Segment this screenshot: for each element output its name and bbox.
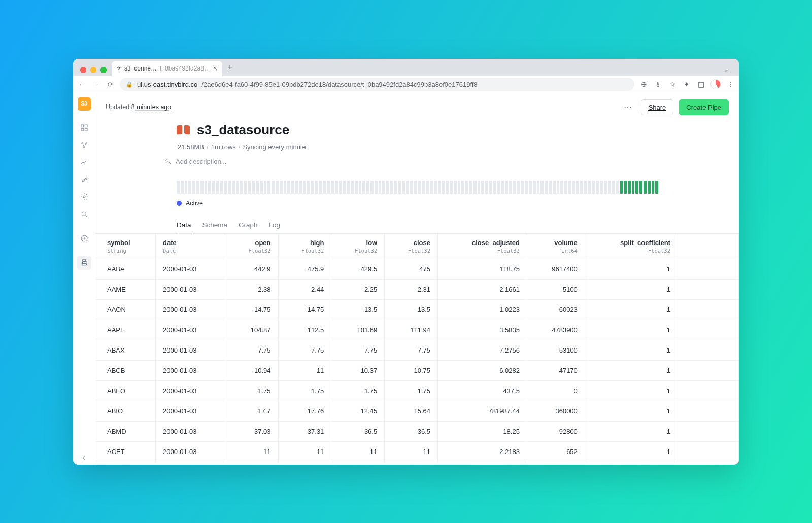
cell: 360000 (527, 401, 585, 421)
cell: 7.75 (225, 340, 278, 360)
more-actions-icon[interactable]: ⋯ (620, 100, 636, 114)
dashboard-icon[interactable] (77, 121, 91, 135)
cell: 2.31 (385, 279, 438, 299)
svg-rect-0 (81, 125, 84, 127)
maximize-window-icon[interactable] (100, 67, 107, 73)
cell: 1.75 (225, 380, 278, 401)
table-row[interactable]: ACET2000-01-03111111112.21836521 (96, 441, 739, 462)
minimize-window-icon[interactable] (90, 67, 96, 73)
new-tab-button[interactable]: + (222, 62, 238, 76)
tokens-icon[interactable] (77, 172, 91, 187)
profile-avatar[interactable] (710, 79, 721, 89)
search-icon[interactable] (77, 207, 91, 221)
cell: 53100 (527, 340, 585, 360)
cell: 104.87 (225, 320, 278, 340)
close-tab-icon[interactable]: × (213, 64, 217, 73)
cell: 429.5 (331, 259, 385, 279)
column-open[interactable]: openFloat32 (225, 234, 278, 259)
create-pipe-button[interactable]: Create Pipe (679, 99, 729, 115)
reload-button[interactable]: ⟳ (106, 81, 115, 88)
cell: 92800 (527, 421, 585, 441)
browser-tab[interactable]: ✈ s3_conne… t_0ba9492fd2a8… × (112, 61, 222, 76)
cell: 11 (278, 441, 331, 462)
cell: 1 (585, 259, 678, 279)
extensions-icon[interactable]: ✦ (682, 80, 691, 88)
tab-overflow-icon[interactable]: ⌄ (717, 65, 735, 76)
add-icon[interactable] (77, 231, 91, 246)
tab-graph[interactable]: Graph (239, 221, 258, 234)
column-extra (678, 234, 739, 259)
table-row[interactable]: ABEO2000-01-031.751.751.751.75437.501 (96, 380, 739, 401)
cell: 112.5 (278, 320, 331, 340)
cell: ABAX (96, 340, 156, 360)
cell: 1.75 (278, 380, 331, 401)
browser-menu-icon[interactable]: ⋮ (726, 80, 735, 88)
column-low[interactable]: lowFloat32 (331, 234, 385, 259)
cell: 13.5 (331, 299, 385, 320)
datasource-title-icon (177, 124, 190, 135)
cell: 0 (527, 380, 585, 401)
add-description-button[interactable]: Add description... (164, 158, 729, 165)
table-row[interactable]: ABIO2000-01-0317.717.7612.4515.64781987.… (96, 401, 739, 421)
svg-rect-2 (81, 128, 84, 131)
tab-schema[interactable]: Schema (202, 221, 228, 234)
sidepanel-icon[interactable]: ◫ (696, 80, 705, 88)
metrics-icon[interactable] (77, 155, 91, 169)
cell: 15.64 (385, 401, 438, 421)
svg-point-8 (83, 196, 85, 198)
zoom-icon[interactable]: ⊕ (639, 80, 649, 88)
bookmark-icon[interactable]: ☆ (668, 80, 677, 88)
browser-window: ✈ s3_conne… t_0ba9492fd2a8… × + ⌄ ← → ⟳ … (73, 59, 739, 465)
share-button[interactable]: Share (641, 99, 674, 115)
svg-point-9 (82, 212, 86, 216)
tab-data[interactable]: Data (177, 221, 191, 234)
url-input[interactable]: 🔒 ui.us-east.tinybird.co/2ae6d6e4-fa60-4… (120, 78, 634, 91)
url-domain: ui.us-east.tinybird.co (137, 81, 197, 88)
graph-icon[interactable] (77, 138, 91, 152)
tab-subtitle: t_0ba9492fd2a8… (160, 65, 210, 72)
workspace-badge[interactable]: S3 (78, 97, 91, 111)
cell: 111.94 (385, 320, 438, 340)
cell: 14.75 (225, 299, 278, 320)
table-row[interactable]: ABAX2000-01-037.757.757.757.757.27565310… (96, 340, 739, 360)
cell: 2000-01-03 (156, 259, 225, 279)
cell: 36.5 (331, 421, 385, 441)
page-title: s3_datasource (197, 122, 289, 138)
table-row[interactable]: AAON2000-01-0314.7514.7513.513.51.022360… (96, 299, 739, 320)
column-date[interactable]: dateDate (156, 234, 225, 259)
table-row[interactable]: AABA2000-01-03442.9475.9429.5475118.7596… (96, 259, 739, 279)
tab-favicon: ✈ (117, 65, 121, 72)
share-icon[interactable]: ⇪ (654, 80, 663, 88)
cell: 2000-01-03 (156, 340, 225, 360)
column-symbol[interactable]: symbolString (96, 234, 156, 259)
cell: ABEO (96, 380, 156, 401)
cell: 2000-01-03 (156, 380, 225, 401)
table-row[interactable]: ABMD2000-01-0337.0337.3136.536.518.25928… (96, 421, 739, 441)
updated-link[interactable]: 8 minutes ago (131, 103, 172, 111)
column-volume[interactable]: volumeInt64 (527, 234, 585, 259)
column-close_adjusted[interactable]: close_adjustedFloat32 (438, 234, 527, 259)
table-row[interactable]: AAME2000-01-032.382.442.252.312.16615100… (96, 279, 739, 299)
tab-log[interactable]: Log (269, 221, 281, 234)
table-row[interactable]: ABCB2000-01-0310.941110.3710.756.0282471… (96, 360, 739, 380)
settings-icon[interactable] (77, 190, 91, 204)
cell: 1 (585, 320, 678, 340)
table-row[interactable]: AAPL2000-01-03104.87112.5101.69111.943.5… (96, 320, 739, 340)
cell: 4783900 (527, 320, 585, 340)
cell: 2000-01-03 (156, 299, 225, 320)
datasource-icon[interactable] (77, 256, 91, 270)
cell: 1.75 (331, 380, 385, 401)
column-close[interactable]: closeFloat32 (385, 234, 438, 259)
cell: 17.76 (278, 401, 331, 421)
collapse-sidebar-icon[interactable] (77, 450, 91, 465)
recording-dot-icon (177, 201, 182, 206)
back-button[interactable]: ← (77, 81, 86, 88)
cell: 2000-01-03 (156, 360, 225, 380)
column-high[interactable]: highFloat32 (278, 234, 331, 259)
close-window-icon[interactable] (80, 67, 86, 73)
cell: 14.75 (278, 299, 331, 320)
browser-address-bar: ← → ⟳ 🔒 ui.us-east.tinybird.co/2ae6d6e4-… (73, 76, 739, 93)
cell: 10.75 (385, 360, 438, 380)
forward-button[interactable]: → (91, 81, 100, 88)
column-split_coefficient[interactable]: split_coefficientFloat32 (585, 234, 678, 259)
